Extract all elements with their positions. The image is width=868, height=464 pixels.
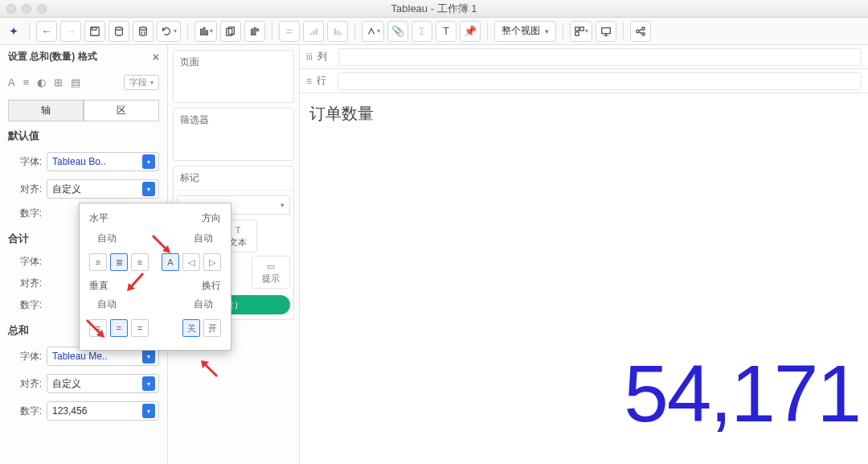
svg-point-3 [140, 27, 147, 30]
duplicate-sheet-button[interactable] [220, 21, 241, 42]
v-align-bottom-button[interactable]: = [131, 319, 149, 337]
totals-button[interactable]: Σ [411, 21, 432, 42]
swap-axes-button[interactable] [279, 21, 300, 42]
svg-rect-17 [316, 28, 318, 35]
marks-tooltip-button[interactable]: ▭ 提示 [252, 256, 290, 289]
new-worksheet-button[interactable]: ▾ [194, 21, 217, 42]
pages-card-title: 页面 [174, 51, 293, 74]
v-align-top-button[interactable]: = [89, 319, 107, 337]
sort-asc-button[interactable] [303, 21, 324, 42]
highlight-button[interactable]: ▾ [362, 21, 384, 42]
sort-desc-button[interactable] [327, 21, 348, 42]
rows-shelf[interactable]: ≡ 行 [300, 69, 868, 93]
format-font-icon[interactable]: A [8, 76, 15, 88]
select-number-total[interactable]: 123,456 ▾ [47, 401, 159, 421]
label-number-default: 数字: [8, 207, 42, 220]
popup-v-auto-label: 自动 [97, 298, 117, 311]
tooltip-icon: ▭ [252, 260, 289, 273]
svg-rect-22 [580, 27, 583, 30]
direction-up-button[interactable]: ▷ [203, 253, 221, 271]
popup-wrap-label: 换行 [202, 279, 221, 293]
svg-rect-21 [575, 27, 579, 30]
show-me-button[interactable]: ▾ [570, 21, 592, 42]
svg-rect-15 [310, 32, 313, 35]
clear-sheet-button[interactable] [244, 21, 265, 42]
forward-button[interactable]: → [60, 21, 81, 42]
window-controls [6, 4, 47, 14]
visualization-canvas[interactable]: 订单数量 54,171 [300, 93, 868, 464]
label-number-subtotal: 数字: [8, 298, 42, 312]
main-toolbar: ✦ ← → ▾ ▾ ▾ 📎 Σ T 📌 整个视图 ▾ ▾ [0, 18, 868, 45]
svg-rect-16 [313, 31, 315, 35]
rows-shelf-dropzone[interactable] [338, 72, 862, 90]
label-align-total: 对齐: [8, 377, 42, 391]
svg-rect-11 [252, 29, 253, 35]
format-lines-icon[interactable]: ▤ [71, 76, 80, 88]
viz-title[interactable]: 订单数量 [309, 103, 858, 125]
wrap-off-button[interactable]: 关 [182, 319, 200, 337]
label-font-default: 字体: [8, 155, 42, 169]
pin-button[interactable]: 📌 [460, 21, 481, 42]
direction-down-button[interactable]: ◁ [182, 253, 200, 271]
select-align-default[interactable]: 自定义 ▾ [47, 179, 159, 199]
select-font-default[interactable]: Tableau Bo.. ▾ [47, 152, 159, 171]
columns-shelf[interactable]: iii 列 [300, 45, 868, 69]
format-shading-icon[interactable]: ◐ [37, 76, 46, 88]
back-button[interactable]: ← [36, 21, 57, 42]
presentation-mode-button[interactable] [596, 21, 616, 42]
format-align-icon[interactable]: ≡ [23, 76, 30, 88]
label-font-total: 字体: [8, 350, 42, 363]
marks-card-title: 标记 [174, 166, 293, 191]
svg-point-28 [642, 27, 645, 30]
view-area: iii 列 ≡ 行 订单数量 54,171 [300, 45, 868, 464]
v-align-middle-button[interactable]: = [110, 319, 128, 337]
labels-button[interactable]: T [436, 21, 457, 42]
rows-shelf-label: 行 [317, 74, 326, 88]
h-align-left-button[interactable]: ≡ [89, 253, 107, 271]
svg-point-2 [116, 27, 123, 30]
zoom-window-button[interactable] [37, 4, 47, 14]
format-panel-title: 设置 总和(数量) 格式 [8, 50, 97, 64]
popup-vertical-label: 垂直 [89, 279, 108, 293]
format-panel-close-icon[interactable]: × [153, 51, 159, 64]
svg-rect-1 [92, 27, 96, 30]
refresh-button[interactable]: ▾ [157, 21, 181, 42]
svg-line-30 [639, 29, 642, 31]
label-align-default: 对齐: [8, 183, 42, 196]
window-titlebar: Tableau - 工作簿 1 [0, 0, 868, 18]
popup-direction-label: 方向 [202, 211, 221, 225]
label-font-subtotal: 字体: [8, 255, 42, 269]
new-data-button[interactable] [108, 21, 129, 42]
pause-data-button[interactable] [133, 21, 154, 42]
label-number-total: 数字: [8, 404, 42, 418]
save-button[interactable] [84, 21, 105, 42]
viz-value: 54,171 [624, 347, 860, 440]
format-field-dropdown[interactable]: 字段▾ [124, 75, 159, 90]
popup-wrap-auto-label: 自动 [194, 298, 213, 311]
direction-horizontal-button[interactable]: A [162, 253, 179, 271]
popup-horizontal-label: 水平 [89, 211, 108, 225]
wrap-on-button[interactable]: 开 [203, 319, 221, 337]
group-button[interactable]: 📎 [387, 21, 408, 42]
rows-icon: ≡ [306, 76, 312, 87]
share-button[interactable] [630, 21, 651, 42]
minimize-window-button[interactable] [22, 4, 31, 14]
columns-shelf-dropzone[interactable] [338, 48, 862, 66]
tab-axis[interactable]: 轴 [8, 100, 84, 121]
popup-h-auto-label: 自动 [97, 232, 117, 245]
select-align-total[interactable]: 自定义 ▾ [47, 374, 159, 393]
columns-icon: iii [306, 51, 313, 63]
columns-shelf-label: 列 [317, 50, 327, 64]
pages-card[interactable]: 页面 [173, 50, 294, 103]
svg-rect-19 [337, 31, 339, 35]
h-align-center-button[interactable]: ≣ [110, 253, 128, 271]
filters-card[interactable]: 筛选器 [173, 108, 294, 161]
format-border-icon[interactable]: ⊞ [54, 76, 63, 88]
fit-dropdown[interactable]: 整个视图 ▾ [494, 21, 556, 42]
h-align-right-button[interactable]: ≡ [131, 253, 149, 271]
svg-rect-24 [602, 27, 611, 33]
filters-card-title: 筛选器 [174, 109, 293, 132]
tableau-logo-icon: ✦ [5, 23, 23, 40]
tab-pane[interactable]: 区 [84, 100, 159, 121]
close-window-button[interactable] [6, 4, 16, 14]
